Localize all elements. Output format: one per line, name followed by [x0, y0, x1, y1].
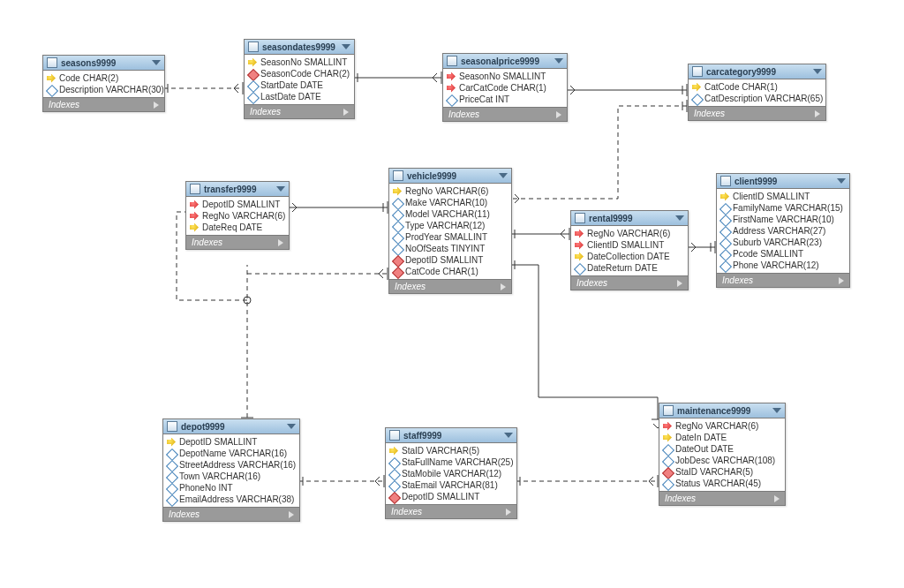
table-header[interactable]: seasondates9999 — [245, 40, 354, 55]
column: DateIn DATE — [659, 432, 785, 443]
table-header[interactable]: transfer9999 — [186, 182, 289, 197]
table-maintenance[interactable]: maintenance9999 RegNo VARCHAR(6) DateIn … — [659, 403, 786, 506]
column: Town VARCHAR(16) — [163, 471, 299, 482]
expand-icon — [343, 109, 349, 116]
expand-icon — [815, 110, 820, 117]
columns: ClientID SMALLINT FamilyName VARCHAR(15)… — [717, 189, 849, 273]
chevron-down-icon[interactable] — [342, 44, 350, 49]
table-seasondates[interactable]: seasondates9999 SeasonNo SMALLINT Season… — [244, 39, 355, 119]
column: FirstName VARCHAR(10) — [717, 214, 849, 225]
pk-fk-icon — [447, 72, 456, 81]
table-title: seasonalprice9999 — [461, 57, 551, 66]
table-seasons[interactable]: seasons9999 Code CHAR(2) Description VAR… — [42, 55, 165, 112]
column: StartDate DATE — [245, 79, 354, 91]
table-carcategory[interactable]: carcategory9999 CatCode CHAR(1) CatDescr… — [688, 64, 826, 121]
chevron-down-icon[interactable] — [813, 69, 822, 74]
indexes-row[interactable]: Indexes — [689, 106, 825, 120]
column: DepotID SMALLINT — [186, 199, 289, 210]
field-icon — [575, 264, 584, 273]
fk-icon — [393, 268, 402, 276]
columns: RegNo VARCHAR(6) ClientID SMALLINT DateC… — [571, 226, 688, 275]
columns: SeasonNo SMALLINT SeasonCode CHAR(2) Sta… — [245, 55, 354, 104]
indexes-row[interactable]: Indexes — [659, 491, 785, 505]
indexes-row[interactable]: Indexes — [717, 273, 849, 287]
chevron-down-icon[interactable] — [772, 408, 781, 413]
columns: SeasonNo SMALLINT CarCatCode CHAR(1) Pri… — [443, 69, 567, 107]
expand-icon — [506, 509, 511, 516]
table-header[interactable]: maintenance9999 — [659, 403, 785, 418]
column: DepotName VARCHAR(16) — [163, 448, 299, 459]
table-seasonalprice[interactable]: seasonalprice9999 SeasonNo SMALLINT CarC… — [442, 53, 568, 122]
indexes-row[interactable]: Indexes — [43, 97, 164, 111]
indexes-row[interactable]: Indexes — [163, 507, 299, 521]
table-title: rental9999 — [589, 214, 672, 223]
chevron-down-icon[interactable] — [675, 215, 684, 221]
indexes-row[interactable]: Indexes — [386, 504, 516, 518]
column: ClientID SMALLINT — [717, 191, 849, 202]
table-header[interactable]: rental9999 — [571, 211, 688, 226]
pk-icon — [167, 438, 176, 447]
field-icon — [393, 210, 402, 219]
column: Make VARCHAR(10) — [389, 197, 511, 208]
field-icon — [720, 261, 729, 270]
column: Code CHAR(2) — [43, 72, 164, 84]
indexes-row[interactable]: Indexes — [443, 107, 567, 121]
columns: RegNo VARCHAR(6) Make VARCHAR(10) Model … — [389, 184, 511, 279]
chevron-down-icon[interactable] — [152, 60, 161, 65]
table-header[interactable]: seasons9999 — [43, 56, 164, 71]
indexes-row[interactable]: Indexes — [186, 235, 289, 249]
table-header[interactable]: staff9999 — [386, 428, 516, 443]
field-icon — [720, 204, 729, 213]
column: StaID VARCHAR(5) — [386, 445, 516, 456]
column: FamilyName VARCHAR(15) — [717, 202, 849, 214]
field-icon — [447, 95, 456, 104]
indexes-row[interactable]: Indexes — [571, 275, 688, 290]
table-header[interactable]: client9999 — [717, 174, 849, 189]
indexes-row[interactable]: Indexes — [389, 279, 511, 293]
column: StreetAddress VARCHAR(16) — [163, 459, 299, 471]
chevron-down-icon[interactable] — [276, 186, 285, 192]
column: ProdYear SMALLINT — [389, 231, 511, 243]
column: DepotID SMALLINT — [163, 436, 299, 448]
column: DepotID SMALLINT — [386, 491, 516, 502]
chevron-down-icon[interactable] — [287, 424, 296, 429]
chevron-down-icon[interactable] — [504, 433, 513, 438]
field-icon — [720, 215, 729, 224]
column: DateReq DATE — [186, 222, 289, 233]
table-icon — [248, 41, 259, 52]
column: RegNo VARCHAR(6) — [186, 210, 289, 222]
table-icon — [447, 56, 457, 66]
table-header[interactable]: carcategory9999 — [689, 64, 825, 79]
column: Suburb VARCHAR(23) — [717, 237, 849, 248]
table-vehicle[interactable]: vehicle9999 RegNo VARCHAR(6) Make VARCHA… — [388, 168, 512, 294]
column: CatDescription VARCHAR(65) — [689, 93, 825, 104]
column: CarCatCode CHAR(1) — [443, 82, 567, 94]
chevron-down-icon[interactable] — [554, 58, 563, 64]
field-icon — [167, 472, 176, 481]
table-header[interactable]: vehicle9999 — [389, 169, 511, 184]
table-header[interactable]: depot9999 — [163, 419, 299, 434]
table-rental[interactable]: rental9999 RegNo VARCHAR(6) ClientID SMA… — [570, 210, 689, 290]
table-staff[interactable]: staff9999 StaID VARCHAR(5) StaFullName V… — [385, 427, 517, 519]
column: SeasonNo SMALLINT — [245, 57, 354, 68]
chevron-down-icon[interactable] — [837, 178, 846, 184]
pk-icon — [248, 58, 257, 67]
field-icon — [389, 470, 398, 479]
table-icon — [663, 405, 674, 416]
field-icon — [720, 238, 729, 247]
table-header[interactable]: seasonalprice9999 — [443, 54, 567, 69]
column: Type VARCHAR(12) — [389, 220, 511, 231]
pk-fk-icon — [575, 241, 584, 250]
table-client[interactable]: client9999 ClientID SMALLINT FamilyName … — [716, 173, 850, 288]
table-depot[interactable]: depot9999 DepotID SMALLINT DepotName VAR… — [162, 418, 300, 522]
field-icon — [47, 86, 56, 94]
table-transfer[interactable]: transfer9999 DepotID SMALLINT RegNo VARC… — [185, 181, 290, 250]
svg-point-0 — [244, 297, 251, 304]
column: DateReturn DATE — [571, 262, 688, 274]
indexes-row[interactable]: Indexes — [245, 104, 354, 118]
chevron-down-icon[interactable] — [499, 173, 508, 178]
table-icon — [389, 430, 400, 441]
expand-icon — [677, 280, 682, 287]
table-icon — [393, 170, 403, 181]
field-icon — [692, 94, 701, 103]
